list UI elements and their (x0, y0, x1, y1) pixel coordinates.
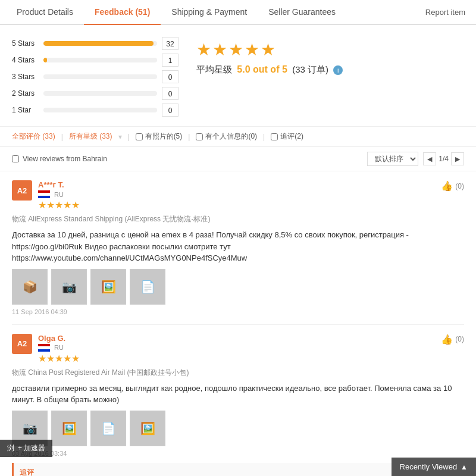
info-icon[interactable]: i (333, 65, 343, 75)
review-thumb-2-3[interactable]: 📄 (90, 411, 126, 446)
filter-sep-4: | (188, 133, 190, 141)
review-images-2: 📷🖼️📄🖼️ (12, 411, 464, 446)
review-text-1: Доставка за 10 дней, разница с ценой на … (12, 229, 464, 264)
pagination: ◀ 1/4 ▶ (423, 152, 464, 165)
like-button-1[interactable]: 👍(0) (441, 180, 464, 192)
reviewer-col-1: A***г T.RU★★★★★ (38, 180, 80, 211)
filter-personal-checkbox[interactable] (196, 133, 203, 140)
review-stars-1: ★★★★★ (38, 199, 80, 211)
thumb-icon-1: 👍 (441, 180, 453, 192)
filter-followup-label: 追评(2) (280, 131, 303, 142)
filter-personal-label: 有个人信息的(0) (205, 131, 257, 142)
page-prev-btn[interactable]: ◀ (423, 152, 436, 165)
star-bars: 5 Stars324 Stars13 Stars02 Stars01 Star0 (12, 37, 178, 120)
review-item-2: A2Olga G.RU★★★★★👍(0)物流 China Post Regist… (12, 325, 464, 477)
reviewer-avatar-1: A2 (12, 180, 32, 201)
filter-all[interactable]: 全部评价 (33) (12, 131, 55, 142)
filter-sep-2: ▾ (118, 133, 122, 141)
page-info: 1/4 (439, 155, 449, 163)
reviewer-col-2: Olga G.RU★★★★★ (38, 334, 80, 364)
filter-sep-5: | (263, 133, 265, 141)
bar-track-3 (43, 74, 157, 79)
location-right: 默认排序 ◀ 1/4 ▶ (367, 152, 464, 166)
sort-select[interactable]: 默认排序 (367, 152, 418, 166)
star-row-3: 3 Stars0 (12, 70, 178, 83)
location-label: View reviews from Bahrain (23, 155, 107, 163)
rating-section: 5 Stars324 Stars13 Stars02 Stars01 Star0… (0, 25, 476, 126)
review-date-2: 03 Aug 2016 03:34 (12, 450, 464, 457)
tabs-bar: Product Details Feedback (51) Shipping &… (0, 0, 476, 25)
bar-track-2 (43, 58, 157, 62)
location-checkbox[interactable] (12, 155, 19, 162)
tab-feedback[interactable]: Feedback (51) (84, 0, 161, 25)
page-next-btn[interactable]: ▶ (451, 152, 464, 165)
stars-display: ★★★★★ (196, 40, 343, 60)
reviewer-avatar-2: A2 (12, 334, 32, 354)
bar-count-5: 0 (162, 104, 178, 117)
bar-count-4: 0 (162, 87, 178, 100)
review-images-1: 📦📷🖼️📄 (12, 269, 464, 305)
report-item-link[interactable]: Report item (421, 1, 470, 24)
country-flag-2 (38, 344, 50, 352)
bar-count-1: 32 (162, 37, 178, 50)
filter-photos-label: 有照片的(5) (145, 131, 183, 142)
reviewer-name-2[interactable]: Olga G. (38, 334, 80, 343)
bar-track-5 (43, 108, 157, 112)
filter-followup-checkbox[interactable] (271, 133, 278, 140)
like-count-2: (0) (455, 335, 464, 343)
country-text-1: RU (54, 191, 64, 198)
location-bar: View reviews from Bahrain 默认排序 ◀ 1/4 ▶ (0, 147, 476, 171)
recently-viewed-label: Recently Viewed (400, 462, 458, 471)
recently-viewed-arrow: ▲ (461, 463, 468, 471)
reviewer-country-2: RU (38, 344, 80, 352)
bar-count-2: 1 (162, 54, 178, 67)
reviewer-name-1[interactable]: A***г T. (38, 180, 80, 189)
review-thumb-1-1[interactable]: 📦 (12, 269, 48, 305)
tab-product-details[interactable]: Product Details (6, 0, 84, 24)
like-button-2[interactable]: 👍(0) (441, 334, 464, 345)
review-thumb-1-3[interactable]: 🖼️ (90, 269, 126, 305)
bar-count-3: 0 (162, 70, 178, 83)
star-label-4: 2 Stars (12, 89, 39, 98)
review-thumb-2-4[interactable]: 🖼️ (130, 411, 165, 446)
reviews-list: A2A***г T.RU★★★★★👍(0)物流 AliExpress Stand… (0, 171, 476, 476)
overall-rating: ★★★★★ 平均星级 5.0 out of 5 (33 订单) i (196, 37, 343, 76)
review-thumb-1-2[interactable]: 📷 (51, 269, 87, 305)
star-row-1: 5 Stars32 (12, 37, 178, 50)
thumb-icon-2: 👍 (441, 334, 453, 345)
bar-fill-1 (43, 41, 154, 46)
tab-seller[interactable]: Seller Guarantees (258, 0, 346, 24)
review-text-2: доставили примерно за месяц, выглядит ка… (12, 383, 464, 406)
rating-orders: (33 订单) (292, 64, 328, 74)
review-thumb-1-4[interactable]: 📄 (130, 269, 165, 305)
review-date-1: 11 Sep 2016 04:39 (12, 308, 464, 315)
review-item-1: A2A***г T.RU★★★★★👍(0)物流 AliExpress Stand… (12, 171, 464, 325)
recently-viewed-bar[interactable]: Recently Viewed ▲ (392, 458, 476, 476)
filter-photos-checkbox[interactable] (136, 133, 143, 140)
filter-followup[interactable]: 追评(2) (271, 131, 303, 142)
star-row-5: 1 Star0 (12, 104, 178, 117)
rating-label: 平均星级 (196, 64, 232, 74)
bottom-addon-bar[interactable]: 浏 + 加速器 (0, 440, 52, 457)
star-row-4: 2 Stars0 (12, 87, 178, 100)
bar-track-4 (43, 91, 157, 96)
review-stars-2: ★★★★★ (38, 353, 80, 364)
addon-label: + 加速器 (18, 443, 45, 453)
filter-personal[interactable]: 有个人信息的(0) (196, 131, 257, 142)
addon-icon: 浏 (7, 443, 14, 453)
location-left: View reviews from Bahrain (12, 155, 107, 163)
like-count-1: (0) (455, 182, 464, 190)
review-thumb-2-2[interactable]: 🖼️ (51, 411, 87, 446)
star-row-2: 4 Stars1 (12, 54, 178, 67)
review-header-1: A2A***г T.RU★★★★★👍(0) (12, 180, 464, 211)
filter-sep-1: | (61, 133, 63, 141)
star-label-2: 4 Stars (12, 56, 39, 64)
star-label-1: 5 Stars (12, 39, 39, 48)
tab-shipping[interactable]: Shipping & Payment (161, 0, 258, 24)
country-text-2: RU (54, 344, 64, 351)
star-label-3: 3 Stars (12, 73, 39, 81)
bar-fill-2 (43, 58, 47, 62)
filter-photos[interactable]: 有照片的(5) (136, 131, 183, 142)
filter-all-stars[interactable]: 所有星级 (33) (69, 131, 112, 142)
bar-track-1 (43, 41, 157, 46)
